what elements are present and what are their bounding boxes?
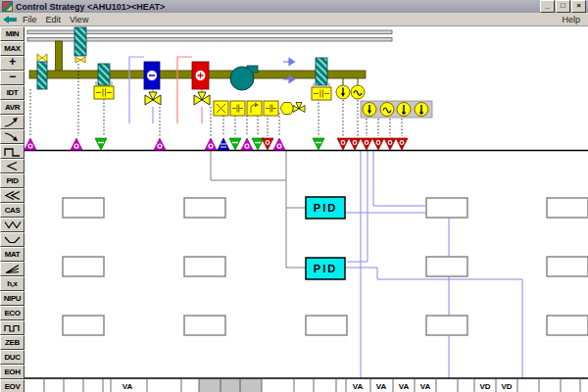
zigzag-icon [3,220,22,230]
app-icon [2,1,13,12]
toolbar-button-eoh[interactable]: EOH [0,365,24,379]
riser-pipe [56,41,63,74]
toolbar-button-minus[interactable]: − [0,71,24,85]
heating-coil[interactable] [177,57,210,123]
toolbar-button-ramp[interactable] [0,115,24,129]
toolbar-button-limit[interactable] [0,159,24,173]
double-limit-icon [3,190,22,201]
temp-sensor[interactable] [336,78,350,99]
io-cell-label: VA [353,382,364,391]
connection-points [24,138,408,150]
toolbar-button-nipu[interactable]: NIPU [0,291,24,306]
menu-file[interactable]: File [23,15,37,24]
toolbar-button-deadband[interactable] [0,232,24,247]
toolbar-button-eco[interactable]: ECO [0,306,24,320]
pid-label-2: PID [314,263,337,274]
damper-sensor[interactable] [37,54,47,89]
pid-label-1: PID [314,202,337,214]
heat-exchanger-2[interactable] [312,58,331,100]
io-cell-label: VA [420,382,431,391]
deadband-icon [3,234,22,245]
heat-exchanger-1[interactable] [94,64,114,99]
menu-view[interactable]: View [70,15,88,24]
wires [211,151,522,378]
menu-help[interactable]: Help [562,15,580,24]
io-cell-label: VA [399,382,410,391]
strategy-canvas[interactable]: PID PID VA [24,26,588,392]
mini-valve[interactable] [293,103,305,113]
toolbar-button-avr[interactable]: AVR [0,100,24,115]
humidity-sensor[interactable] [351,78,365,99]
fan-curve-icon [3,264,22,274]
cooling-valve[interactable] [145,92,161,105]
toolbar-button-pulse[interactable] [0,320,24,335]
io-cell-label: VD [501,382,512,391]
duct-sensor[interactable] [74,27,86,63]
menu-edit[interactable]: Edit [46,15,62,24]
function-toolbar: MIN MAX + − IDT AVR PID CAS [0,26,24,392]
toolbar-button-mat[interactable]: MAT [0,247,24,262]
minimize-button[interactable]: _ [540,0,555,13]
cooling-coil[interactable] [129,57,161,123]
hexagon-module[interactable] [280,103,294,115]
toolbar-button-fan-curve[interactable] [0,262,24,276]
toolbar-button-zeb[interactable]: ZEB [0,335,24,350]
toolbar-button-eov[interactable]: EOV [0,379,24,392]
pulse-icon [3,322,22,333]
toolbar-button-double-limit[interactable] [0,188,24,203]
toolbar-button-max[interactable]: MAX [0,41,24,56]
pid-block-2[interactable]: PID [306,258,345,279]
maximize-button[interactable]: □ [556,0,570,13]
supply-fan[interactable] [230,66,258,90]
menu-bar: File Edit View Help [0,13,588,26]
pid-block-1[interactable]: PID [306,197,345,219]
io-terminal-strip[interactable]: VA VA VA VA VA VD VD [24,378,588,392]
room-sensor-panel[interactable] [361,101,432,118]
window-title: Control Strategy <AHU101><HEAT> [16,2,539,12]
toolbar-button-zigzag[interactable] [0,218,24,232]
io-cell-label: VA [122,382,133,391]
limit-icon [3,161,22,172]
toolbar-button-cas[interactable]: CAS [0,203,24,218]
io-module-row[interactable] [214,101,305,116]
disabled-cells [199,379,262,392]
toolbar-button-step[interactable] [0,144,24,159]
toolbar-button-fall[interactable] [0,129,24,144]
io-cell-label: VA [376,382,387,391]
curve-fall-icon [3,131,22,142]
heating-valve[interactable] [194,92,210,105]
toolbar-button-hx[interactable]: h,x [0,276,24,291]
toolbar-button-idt[interactable]: IDT [0,85,24,100]
toolbar-button-min[interactable]: MIN [0,26,24,41]
toolbar-button-plus[interactable]: + [0,56,24,71]
toolbar-button-duc[interactable]: DUC [0,350,24,365]
back-arrow-icon[interactable] [3,16,17,24]
toolbar-button-pid[interactable]: PID [0,173,24,188]
step-icon [3,146,22,157]
title-bar: Control Strategy <AHU101><HEAT> _ □ × [0,0,588,13]
setpoint-triangle[interactable] [218,138,229,150]
close-button[interactable]: × [571,0,586,13]
curve-ramp-icon [3,117,22,127]
io-cell-label: VD [479,382,490,391]
